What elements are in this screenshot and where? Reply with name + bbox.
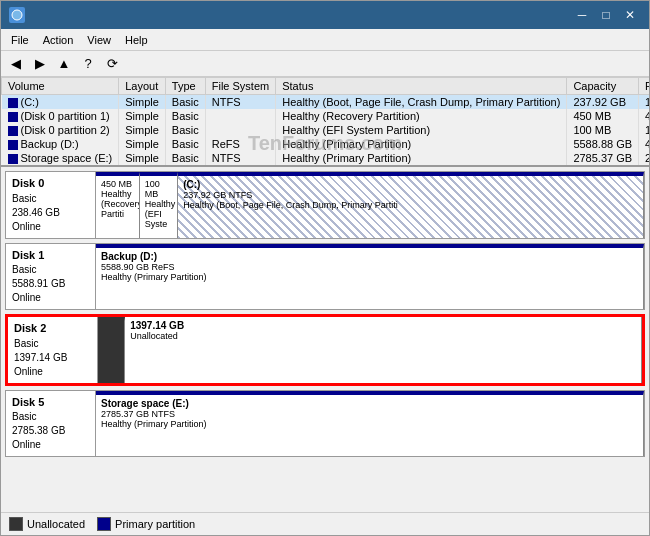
cell-fs <box>205 123 275 137</box>
menu-action[interactable]: Action <box>37 32 80 48</box>
title-bar: ─ □ ✕ <box>1 1 649 29</box>
disk-row-disk1[interactable]: Disk 1Basic5588.91 GBOnlineBackup (D:)55… <box>5 243 645 310</box>
cell-status: Healthy (Recovery Partition) <box>276 109 567 123</box>
partition-d5p1[interactable]: Storage space (E:)2785.37 GB NTFSHealthy… <box>96 391 644 456</box>
cell-type: Basic <box>165 151 205 165</box>
disk-partitions-disk2: 1397.14 GBUnallocated <box>98 317 642 382</box>
cell-volume: Storage space (E:) <box>2 151 119 165</box>
disk-management-window: ─ □ ✕ File Action View Help ◀ ▶ ▲ ? ⟳ Te… <box>0 0 650 536</box>
table-row[interactable]: (C:)SimpleBasicNTFSHealthy (Boot, Page F… <box>2 95 650 110</box>
disk-row-disk0[interactable]: Disk 0Basic238.46 GBOnline450 MBHealthy … <box>5 171 645 238</box>
svg-point-0 <box>12 10 22 20</box>
toolbar-help[interactable]: ? <box>77 54 99 74</box>
disk-info: 1397.14 GB <box>14 351 91 365</box>
cell-type: Basic <box>165 123 205 137</box>
table-row[interactable]: Backup (D:)SimpleBasicReFSHealthy (Prima… <box>2 137 650 151</box>
toolbar: ◀ ▶ ▲ ? ⟳ <box>1 51 649 77</box>
partition-status: Healthy (Primary Partition) <box>101 419 638 429</box>
disk-partitions-disk0: 450 MBHealthy (Recovery Partiti100 MBHea… <box>96 172 644 237</box>
cell-volume: (Disk 0 partition 2) <box>2 123 119 137</box>
cell-fs: ReFS <box>205 137 275 151</box>
cell-layout: Simple <box>119 137 166 151</box>
partition-d1p1[interactable]: Backup (D:)5588.90 GB ReFSHealthy (Prima… <box>96 244 644 309</box>
cell-layout: Simple <box>119 109 166 123</box>
legend-primary-box <box>97 517 111 531</box>
disk-label-disk5: Disk 5Basic2785.38 GBOnline <box>6 391 96 456</box>
toolbar-back[interactable]: ◀ <box>5 54 27 74</box>
partition-name: (C:) <box>183 179 638 190</box>
disk-info: Online <box>12 220 89 234</box>
cell-free: 2785.11 GB <box>639 151 649 165</box>
cell-free: 4975.34 GB <box>639 137 649 151</box>
col-layout: Layout <box>119 78 166 95</box>
disk-info: 5588.91 GB <box>12 277 89 291</box>
cell-capacity: 5588.88 GB <box>567 137 639 151</box>
cell-status: Healthy (Boot, Page File, Crash Dump, Pr… <box>276 95 567 110</box>
cell-fs <box>205 109 275 123</box>
table-row[interactable]: (Disk 0 partition 2)SimpleBasicHealthy (… <box>2 123 650 137</box>
partition-d0p1[interactable]: 450 MBHealthy (Recovery Partiti <box>96 172 140 237</box>
partition-d0p3[interactable]: (C:)237.92 GB NTFSHealthy (Boot, Page Fi… <box>178 172 644 237</box>
col-freespace: Free Space <box>639 78 649 95</box>
disk-name: Disk 5 <box>12 395 89 410</box>
disk-map: Disk 0Basic238.46 GBOnline450 MBHealthy … <box>1 167 649 512</box>
partition-d0p2[interactable]: 100 MBHealthy (EFI Syste <box>140 172 178 237</box>
menu-file[interactable]: File <box>5 32 35 48</box>
legend-unallocated-label: Unallocated <box>27 518 85 530</box>
volume-table: Volume Layout Type File System Status Ca… <box>1 77 649 165</box>
cell-type: Basic <box>165 95 205 110</box>
legend-primary: Primary partition <box>97 517 195 531</box>
table-row[interactable]: (Disk 0 partition 1)SimpleBasicHealthy (… <box>2 109 650 123</box>
partition-status: Healthy (EFI Syste <box>145 199 172 229</box>
cell-layout: Simple <box>119 123 166 137</box>
close-button[interactable]: ✕ <box>619 6 641 24</box>
col-filesystem: File System <box>205 78 275 95</box>
title-bar-left <box>9 7 31 23</box>
app-icon <box>9 7 25 23</box>
toolbar-refresh[interactable]: ⟳ <box>101 54 123 74</box>
disk-info: Basic <box>12 410 89 424</box>
disk-name: Disk 0 <box>12 176 89 191</box>
table-header-row: Volume Layout Type File System Status Ca… <box>2 78 650 95</box>
maximize-button[interactable]: □ <box>595 6 617 24</box>
disk-info: Basic <box>12 263 89 277</box>
disk-table: Volume Layout Type File System Status Ca… <box>1 77 649 167</box>
legend-unallocated-box <box>9 517 23 531</box>
cell-volume: (Disk 0 partition 1) <box>2 109 119 123</box>
disk-info: Basic <box>14 337 91 351</box>
disk-info: Online <box>14 365 91 379</box>
col-volume: Volume <box>2 78 119 95</box>
menu-bar: File Action View Help <box>1 29 649 51</box>
partition-status: Healthy (Recovery Partiti <box>101 189 134 219</box>
partition-size: 100 MB <box>145 179 172 199</box>
cell-volume: Backup (D:) <box>2 137 119 151</box>
disk-info: Online <box>12 438 89 452</box>
cell-fs: NTFS <box>205 95 275 110</box>
disk-row-disk5[interactable]: Disk 5Basic2785.38 GBOnlineStorage space… <box>5 390 645 457</box>
toolbar-up[interactable]: ▲ <box>53 54 75 74</box>
cell-status: Healthy (Primary Partition) <box>276 137 567 151</box>
main-content: TenForums.com Volume Layout Type File Sy… <box>1 77 649 535</box>
menu-view[interactable]: View <box>81 32 117 48</box>
partition-size: 450 MB <box>101 179 134 189</box>
col-capacity: Capacity <box>567 78 639 95</box>
col-status: Status <box>276 78 567 95</box>
minimize-button[interactable]: ─ <box>571 6 593 24</box>
cell-type: Basic <box>165 137 205 151</box>
disk-info: 238.46 GB <box>12 206 89 220</box>
disk-name: Disk 2 <box>14 321 91 336</box>
cell-status: Healthy (EFI System Partition) <box>276 123 567 137</box>
disk-info: Online <box>12 291 89 305</box>
legend-unallocated: Unallocated <box>9 517 85 531</box>
partition-status: Healthy (Primary Partition) <box>101 272 638 282</box>
menu-help[interactable]: Help <box>119 32 154 48</box>
disk-label-disk0: Disk 0Basic238.46 GBOnline <box>6 172 96 237</box>
disk-row-disk2[interactable]: Disk 2Basic1397.14 GBOnline1397.14 GBUna… <box>5 314 645 385</box>
partition-d2p1[interactable] <box>98 317 125 382</box>
partition-d2p2[interactable]: 1397.14 GBUnallocated <box>125 317 642 382</box>
table-row[interactable]: Storage space (E:)SimpleBasicNTFSHealthy… <box>2 151 650 165</box>
toolbar-forward[interactable]: ▶ <box>29 54 51 74</box>
disk-partitions-disk5: Storage space (E:)2785.37 GB NTFSHealthy… <box>96 391 644 456</box>
cell-layout: Simple <box>119 151 166 165</box>
col-type: Type <box>165 78 205 95</box>
